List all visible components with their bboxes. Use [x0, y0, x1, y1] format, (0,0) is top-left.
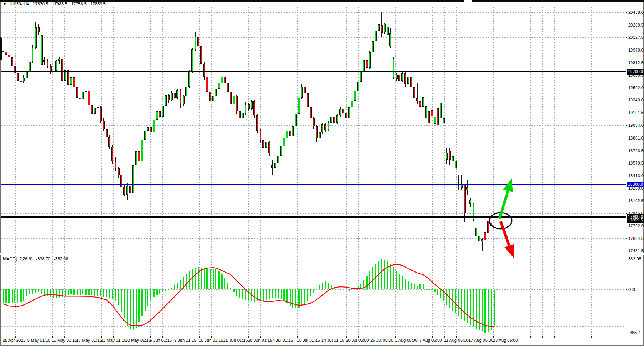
price-level-line[interactable]: [1, 71, 626, 72]
macd-histogram-bar: [206, 268, 208, 289]
macd-histogram-bar: [449, 289, 450, 308]
price-level-line[interactable]: [1, 184, 626, 185]
time-tick-mark: [310, 336, 310, 338]
bullish-arrow-icon-head[interactable]: [503, 178, 513, 192]
vertical-gridline: [604, 256, 604, 336]
time-tick-mark: [162, 336, 163, 338]
macd-histogram-bar: [399, 274, 400, 289]
candle-body: [384, 24, 386, 32]
time-tick-mark: [408, 336, 408, 338]
macd-histogram-bar: [428, 289, 429, 290]
macd-histogram-bar: [295, 289, 296, 308]
macd-histogram-bar: [431, 289, 433, 290]
macd-histogram-bar: [476, 289, 477, 329]
time-tick-label: 7 Aug 05:00: [419, 338, 442, 343]
candle-body: [245, 104, 246, 113]
vertical-gridline: [297, 256, 298, 336]
macd-histogram-bar: [464, 289, 465, 321]
horizontal-gridline: [1, 25, 626, 25]
vertical-gridline: [236, 256, 236, 336]
time-tick-label: 17 May 01:15: [76, 338, 102, 343]
candle-body: [265, 142, 267, 148]
macd-histogram-bar: [494, 289, 495, 326]
macd-histogram-bar: [286, 289, 288, 303]
macd-histogram-bar: [17, 289, 18, 303]
highlight-ellipse[interactable]: [489, 213, 512, 229]
macd-histogram-bar: [455, 289, 456, 313]
macd-histogram-bar: [290, 289, 291, 306]
price-level-line[interactable]: [1, 220, 626, 220]
time-tick-label: 11 May 01:15: [52, 338, 77, 343]
candle-body: [484, 232, 486, 240]
candle-body: [17, 73, 19, 81]
macd-histogram-bar: [236, 289, 237, 296]
candle-body: [147, 127, 149, 130]
candle-body: [416, 98, 418, 101]
candle-body: [351, 101, 353, 107]
price-tick-label: 17634.5: [628, 236, 644, 241]
close-value: 17859.5: [90, 2, 106, 6]
macd-histogram-bar: [346, 289, 347, 289]
candle-body: [313, 118, 315, 126]
candle-body: [38, 27, 40, 31]
time-tick-mark: [616, 336, 616, 338]
macd-histogram-bar: [351, 289, 353, 289]
horizontal-gridline: [1, 188, 626, 188]
vertical-gridline: [322, 256, 322, 336]
panel-separator-top-line[interactable]: [0, 253, 644, 253]
macd-histogram-bar: [390, 264, 391, 289]
vertical-gridline: [40, 256, 40, 336]
candle-wick: [21, 77, 21, 84]
candle-body: [230, 92, 232, 104]
candle-body: [176, 90, 178, 98]
candle-body: [277, 156, 279, 163]
vertical-gridline: [126, 256, 126, 336]
time-tick-label: 23 Aug 05:00: [493, 338, 518, 343]
candle-body: [342, 109, 344, 113]
macd-histogram-bar: [121, 289, 122, 312]
bearish-arrow-icon-shaft[interactable]: [501, 221, 509, 246]
macd-histogram-bar: [183, 277, 184, 289]
macd-histogram-bar: [263, 289, 264, 301]
macd-histogram-bar: [349, 289, 350, 291]
macd-histogram-bar: [112, 289, 113, 299]
candle-body: [481, 239, 483, 241]
bullish-arrow-icon-shaft[interactable]: [499, 191, 508, 219]
macd-histogram-bar: [491, 289, 492, 330]
macd-histogram-bar: [257, 289, 258, 301]
macd-histogram-bar: [488, 289, 489, 332]
price-tick-label: 18570.5: [628, 161, 644, 166]
time-tick-mark: [481, 336, 481, 338]
candle-body: [227, 83, 229, 92]
price-tick-label: 20438.0: [628, 10, 644, 15]
candle-body: [200, 46, 202, 64]
candle-body: [79, 98, 81, 99]
vertical-gridline: [432, 256, 433, 336]
candle-body: [321, 124, 323, 132]
macd-histogram-bar: [12, 289, 13, 303]
vertical-gridline: [567, 256, 567, 336]
macd-histogram-bar: [423, 284, 424, 289]
macd-tick-label: -465.7: [628, 330, 644, 335]
symbol-dropdown-icon[interactable]: ▼: [3, 2, 7, 6]
macd-histogram-bar: [458, 289, 459, 316]
macd-tick-label: 0.00: [628, 287, 644, 292]
time-tick-label: 10 Jul 01:15: [297, 338, 320, 343]
macd-histogram-bar: [204, 268, 205, 289]
time-tick-mark: [64, 336, 65, 338]
time-tick-label: 17 Aug 05:00: [468, 338, 493, 343]
time-tick-mark: [506, 336, 506, 338]
candle-body: [348, 107, 350, 118]
macd-histogram-bar: [334, 287, 335, 289]
vertical-gridline: [530, 256, 531, 336]
macd-histogram-bar: [88, 289, 90, 295]
price-level-line[interactable]: [1, 216, 626, 218]
macd-histogram-bar: [446, 289, 447, 305]
macd-histogram-bar: [251, 289, 252, 301]
candle-body: [23, 78, 25, 81]
candle-body: [401, 73, 403, 81]
time-tick-mark: [138, 336, 138, 338]
candle-body: [292, 126, 294, 136]
candle-body: [413, 87, 415, 98]
vertical-gridline: [199, 256, 200, 336]
